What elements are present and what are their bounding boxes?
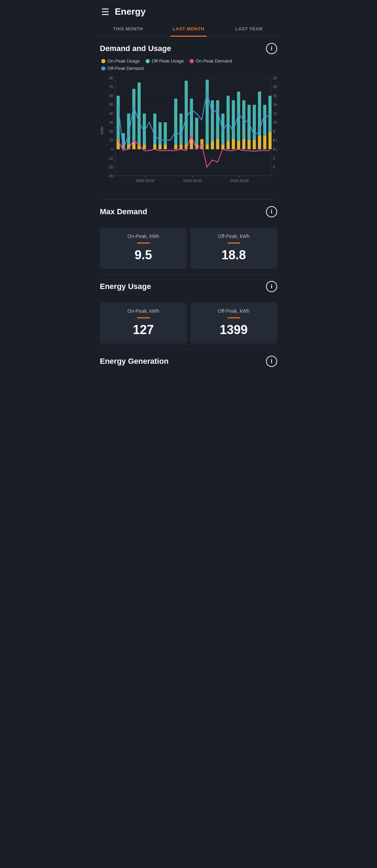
energy-usage-off-peak-value: 1399	[195, 323, 272, 337]
svg-rect-54	[195, 118, 198, 149]
energy-usage-off-peak-label: Off-Peak, kWh	[195, 308, 272, 314]
legend-label-off-peak-demand: Off-Peak Demand	[108, 66, 144, 71]
svg-rect-81	[190, 139, 193, 149]
tab-this-month[interactable]: THIS MONTH	[98, 21, 158, 36]
legend-on-peak-usage: On-Peak Usage	[101, 58, 140, 64]
energy-generation-title: Energy Generation	[100, 357, 169, 366]
max-demand-off-peak-value: 18.8	[195, 248, 272, 262]
tab-last-month[interactable]: LAST MONTH	[158, 21, 219, 36]
max-demand-off-peak-label: Off-Peak, kWh	[195, 233, 272, 239]
svg-text:50: 50	[109, 103, 113, 107]
demand-usage-title: Demand and Usage	[100, 44, 171, 53]
energy-generation-info-icon[interactable]: i	[266, 356, 277, 367]
svg-text:30: 30	[109, 121, 113, 124]
svg-rect-94	[258, 136, 261, 149]
legend-dot-on-peak-usage	[101, 59, 105, 63]
max-demand-on-peak-value: 9.5	[105, 248, 182, 262]
demand-usage-chart: 80 70 60 50 40 30 20 10 0 -10 -20 -30 kW…	[100, 74, 277, 193]
svg-rect-45	[138, 82, 141, 149]
svg-rect-43	[127, 114, 130, 149]
svg-text:04/25 00:00: 04/25 00:00	[230, 179, 249, 183]
max-demand-off-peak-divider	[228, 243, 240, 244]
svg-rect-62	[237, 92, 240, 149]
max-demand-on-peak-divider	[137, 243, 150, 244]
chart-legend: On-Peak Usage Off-Peak Usage On-Peak Dem…	[100, 58, 277, 71]
legend-off-peak-usage: Off-Peak Usage	[146, 58, 184, 64]
svg-text:2: 2	[273, 157, 275, 160]
demand-usage-header: Demand and Usage i	[100, 43, 277, 54]
legend-off-peak-demand: Off-Peak Demand	[101, 66, 144, 71]
legend-label-off-peak-usage: Off-Peak Usage	[152, 58, 184, 64]
max-demand-on-peak-card: On-Peak, kWh 9.5	[100, 228, 187, 269]
svg-rect-75	[153, 145, 156, 149]
svg-rect-56	[206, 80, 209, 149]
energy-usage-section: Energy Usage i	[94, 275, 283, 300]
legend-label-on-peak-demand: On-Peak Demand	[196, 58, 232, 64]
energy-usage-on-peak-value: 127	[105, 323, 182, 337]
demand-usage-info-icon[interactable]: i	[266, 43, 277, 54]
svg-rect-69	[117, 140, 120, 149]
energy-usage-cards: On-Peak, kWh 127 Off-Peak, kWh 1399	[94, 300, 283, 349]
svg-text:70: 70	[109, 85, 113, 89]
svg-text:04/15 00:00: 04/15 00:00	[183, 179, 202, 183]
svg-text:0: 0	[273, 165, 275, 169]
tab-bar: THIS MONTH LAST MONTH LAST YEAR	[94, 21, 283, 37]
svg-text:10: 10	[109, 138, 113, 142]
svg-text:kWh: kWh	[100, 126, 104, 134]
svg-text:04/05 00:00: 04/05 00:00	[136, 179, 155, 183]
svg-text:80: 80	[109, 76, 113, 80]
svg-text:40: 40	[109, 112, 113, 116]
max-demand-header: Max Demand i	[100, 206, 277, 217]
legend-dot-on-peak-demand	[190, 59, 194, 63]
max-demand-off-peak-card: Off-Peak, kWh 18.8	[190, 228, 277, 269]
tab-last-year[interactable]: LAST YEAR	[219, 21, 279, 36]
energy-usage-info-icon[interactable]: i	[266, 281, 277, 292]
max-demand-cards: On-Peak, kWh 9.5 Off-Peak, kWh 18.8	[94, 225, 283, 274]
svg-rect-92	[247, 140, 251, 149]
svg-text:20: 20	[109, 130, 113, 133]
demand-usage-section: Demand and Usage i On-Peak Usage Off-Pea…	[94, 37, 283, 200]
energy-usage-off-peak-divider	[228, 317, 240, 318]
header: ☰ Energy	[94, 0, 283, 21]
svg-rect-50	[174, 99, 177, 149]
energy-generation-section: Energy Generation i	[94, 349, 283, 375]
svg-text:6: 6	[273, 138, 275, 142]
svg-rect-47	[153, 114, 156, 149]
svg-text:18: 18	[273, 85, 277, 89]
svg-text:4: 4	[273, 147, 275, 151]
energy-usage-on-peak-divider	[137, 317, 150, 318]
max-demand-info-icon[interactable]: i	[266, 206, 277, 217]
svg-rect-85	[211, 141, 214, 149]
svg-rect-77	[164, 145, 167, 149]
svg-text:10: 10	[273, 121, 277, 124]
svg-rect-91	[242, 139, 245, 149]
svg-rect-86	[216, 139, 219, 149]
menu-icon[interactable]: ☰	[101, 7, 109, 16]
svg-text:8: 8	[273, 130, 275, 133]
svg-text:0: 0	[111, 147, 113, 151]
svg-text:60: 60	[109, 94, 113, 98]
legend-label-on-peak-usage: On-Peak Usage	[108, 58, 140, 64]
svg-text:16: 16	[273, 94, 277, 98]
svg-rect-52	[185, 81, 188, 149]
energy-usage-on-peak-label: On-Peak, kWh	[105, 308, 182, 314]
max-demand-title: Max Demand	[100, 207, 147, 216]
svg-text:20: 20	[273, 76, 277, 80]
max-demand-on-peak-label: On-Peak, kWh	[105, 233, 182, 239]
energy-usage-header: Energy Usage i	[100, 281, 277, 292]
legend-on-peak-demand: On-Peak Demand	[190, 58, 232, 64]
max-demand-section: Max Demand i	[94, 200, 283, 225]
svg-rect-89	[232, 139, 235, 149]
svg-rect-87	[221, 145, 224, 149]
energy-usage-off-peak-card: Off-Peak, kWh 1399	[190, 303, 277, 343]
svg-rect-88	[227, 141, 230, 149]
energy-usage-on-peak-card: On-Peak, kWh 127	[100, 303, 187, 343]
legend-dot-off-peak-usage	[146, 59, 150, 63]
energy-generation-header: Energy Generation i	[100, 356, 277, 367]
svg-rect-96	[268, 132, 272, 149]
svg-rect-74	[143, 145, 146, 149]
svg-rect-95	[263, 136, 266, 149]
legend-dot-off-peak-demand	[101, 66, 105, 71]
svg-rect-93	[253, 140, 256, 149]
chart-svg: 80 70 60 50 40 30 20 10 0 -10 -20 -30 kW…	[100, 74, 277, 193]
